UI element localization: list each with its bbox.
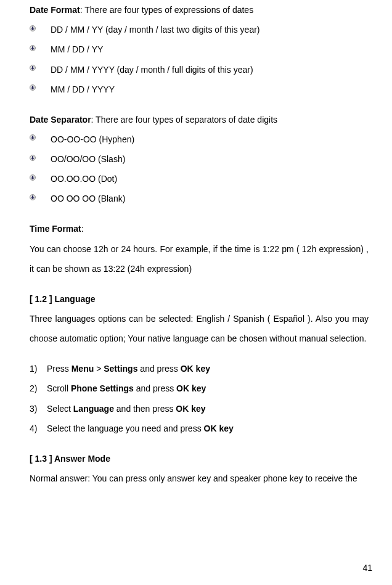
language-steps: 1) Press Menu > Settings and press OK ke…: [30, 359, 369, 438]
spacer: [30, 99, 369, 110]
arrow-bullet-icon: [30, 174, 36, 181]
list-item-text: OO/OO/OO (Slash): [51, 154, 125, 164]
time-format-heading: Time Format:: [30, 219, 369, 239]
step-item: 2) Scroll Phone Settings and press OK ke…: [30, 378, 369, 398]
list-item: DD / MM / YY (day / month / last two dig…: [30, 20, 369, 39]
spacer: [30, 279, 369, 289]
list-item: OO-OO-OO (Hyphen): [30, 129, 369, 149]
list-item: OO.OO.OO (Dot): [30, 169, 369, 189]
step-bold: OK key: [181, 364, 210, 374]
step-item: 4) Select the language you need and pres…: [30, 419, 369, 438]
step-item: 1) Press Menu > Settings and press OK ke…: [30, 359, 369, 378]
step-bold: OK key: [176, 383, 206, 393]
step-number: 1): [30, 359, 37, 378]
spacer: [30, 209, 369, 219]
date-separator-heading: Date Separator: There are four types of …: [30, 110, 369, 129]
list-item-text: OO.OO.OO (Dot): [51, 174, 117, 184]
list-item-text: MM / DD / YY: [51, 44, 103, 54]
arrow-bullet-icon: [30, 25, 36, 31]
step-item: 3) Select Language and then press OK key: [30, 399, 369, 419]
step-number: 2): [30, 378, 37, 398]
time-format-colon: :: [81, 224, 84, 234]
time-format-title: Time Format: [30, 224, 81, 234]
arrow-bullet-icon: [30, 194, 36, 200]
answer-mode-body: Normal answer: You can press only answer…: [30, 468, 369, 488]
step-bold: Language: [73, 404, 114, 414]
list-item-text: MM / DD / YYYY: [51, 84, 115, 94]
step-text-pre: Scroll: [47, 383, 71, 393]
date-format-heading: Date Format: There are four types of exp…: [30, 0, 369, 20]
list-item-text: DD / MM / YY (day / month / last two dig…: [51, 25, 260, 35]
date-separator-title: Date Separator: [30, 115, 91, 125]
step-number: 4): [30, 419, 37, 438]
step-bold: Phone Settings: [71, 383, 134, 393]
arrow-bullet-icon: [30, 134, 36, 141]
answer-mode-heading: [ 1.3 ] Answer Mode: [30, 449, 369, 468]
spacer: [30, 348, 369, 359]
step-text-post: and press: [137, 364, 180, 374]
date-format-list: DD / MM / YY (day / month / last two dig…: [30, 20, 369, 99]
list-item-text: DD / MM / YYYY (day / month / full digit…: [51, 65, 253, 75]
date-format-desc: : There are four types of expressions of…: [80, 5, 253, 15]
step-text-pre: Select: [47, 404, 73, 414]
list-item: MM / DD / YY: [30, 39, 369, 59]
step-bold: Settings: [104, 364, 137, 374]
step-bold: OK key: [176, 404, 205, 414]
spacer: [30, 438, 369, 449]
arrow-bullet-icon: [30, 45, 36, 51]
list-item: MM / DD / YYYY: [30, 80, 369, 99]
step-text-mid: and then press: [114, 404, 176, 414]
date-format-title: Date Format: [30, 5, 80, 15]
step-bold: OK key: [204, 423, 234, 433]
date-separator-desc: : There are four types of separators of …: [91, 115, 277, 125]
step-bold: Menu: [71, 364, 94, 374]
step-text-pre: Select the language you need and press: [47, 423, 204, 433]
list-item-text: OO-OO-OO (Hyphen): [51, 134, 134, 144]
list-item: OO/OO/OO (Slash): [30, 149, 369, 169]
list-item: DD / MM / YYYY (day / month / full digit…: [30, 60, 369, 80]
language-body: Three languages options can be selected:…: [30, 309, 369, 348]
list-item-text: OO OO OO (Blank): [51, 194, 125, 203]
step-text-mid: >: [94, 364, 104, 374]
language-heading: [ 1.2 ] Language: [30, 289, 369, 309]
arrow-bullet-icon: [30, 65, 36, 71]
step-text-pre: Press: [47, 364, 71, 374]
step-text-mid: and press: [134, 383, 176, 393]
date-separator-list: OO-OO-OO (Hyphen) OO/OO/OO (Slash) OO.OO…: [30, 129, 369, 209]
time-format-body: You can choose 12h or 24 hours. For exam…: [30, 239, 369, 279]
arrow-bullet-icon: [30, 84, 36, 91]
list-item: OO OO OO (Blank): [30, 189, 369, 208]
step-number: 3): [30, 399, 37, 419]
document-page: Date Format: There are four types of exp…: [0, 0, 392, 585]
page-number: 41: [362, 558, 372, 578]
arrow-bullet-icon: [30, 155, 36, 161]
